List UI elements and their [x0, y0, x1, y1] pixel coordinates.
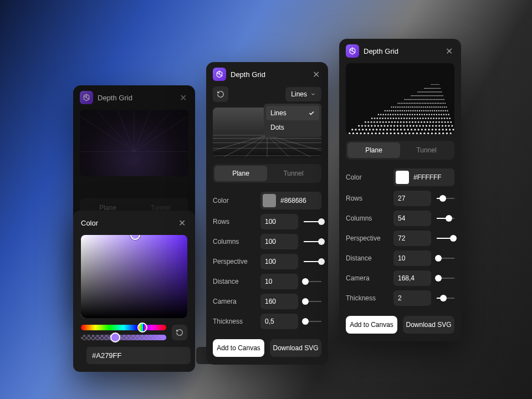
svg-point-125 — [426, 95, 427, 96]
svg-point-202 — [393, 106, 394, 108]
add-to-canvas-button[interactable]: Add to Canvas — [346, 316, 397, 334]
svg-point-305 — [409, 117, 411, 119]
svg-point-112 — [412, 95, 412, 96]
svg-point-432 — [423, 132, 426, 134]
columns-slider[interactable] — [304, 235, 321, 248]
svg-point-104 — [437, 91, 437, 92]
svg-point-213 — [413, 106, 415, 108]
svg-point-196 — [438, 103, 439, 104]
camera-slider[interactable] — [304, 295, 321, 308]
svg-point-337 — [412, 121, 413, 123]
camera-input[interactable] — [260, 294, 298, 309]
perspective-slider[interactable] — [304, 255, 321, 268]
saturation-value-field[interactable] — [81, 235, 187, 318]
distance-input[interactable] — [260, 274, 298, 289]
columns-input[interactable] — [393, 211, 431, 226]
svg-point-348 — [444, 121, 446, 123]
svg-point-58 — [428, 88, 428, 89]
svg-point-208 — [404, 106, 405, 108]
perspective-input[interactable] — [393, 231, 431, 246]
distance-slider[interactable] — [437, 252, 454, 265]
distance-input[interactable] — [393, 250, 431, 266]
close-icon[interactable]: ✕ — [176, 217, 187, 228]
svg-point-108 — [440, 91, 441, 92]
svg-point-157 — [426, 99, 427, 100]
thickness-input[interactable] — [393, 290, 431, 306]
download-svg-button[interactable]: Download SVG — [270, 339, 321, 357]
label-columns: Columns — [213, 238, 255, 245]
svg-point-273 — [407, 114, 408, 115]
hex-input[interactable] — [86, 347, 191, 364]
svg-point-192 — [432, 103, 433, 104]
svg-point-301 — [398, 117, 400, 119]
svg-point-144 — [408, 99, 410, 100]
alpha-knob[interactable] — [110, 332, 120, 342]
svg-point-65 — [432, 88, 432, 89]
svg-point-136 — [438, 95, 439, 96]
hue-slider[interactable] — [81, 325, 166, 330]
tab-tunnel[interactable]: Tunnel — [400, 142, 453, 158]
svg-point-114 — [414, 95, 415, 96]
style-option-lines[interactable]: Lines — [266, 106, 319, 120]
svg-point-263 — [382, 114, 383, 115]
perspective-slider[interactable] — [437, 232, 454, 245]
columns-input[interactable] — [260, 234, 298, 249]
color-picker-title: Color — [81, 219, 98, 227]
tab-tunnel[interactable]: Tunnel — [267, 166, 320, 181]
svg-point-233 — [388, 110, 390, 111]
svg-point-147 — [412, 99, 413, 100]
style-select[interactable]: Lines Lines Dots — [285, 87, 321, 101]
rows-input[interactable] — [393, 191, 431, 206]
thickness-slider[interactable] — [304, 315, 321, 328]
add-to-canvas-button[interactable]: Add to Canvas — [213, 339, 264, 357]
svg-point-83 — [419, 91, 420, 92]
rows-input[interactable] — [260, 214, 298, 229]
svg-point-73 — [436, 88, 437, 89]
close-icon[interactable]: ✕ — [177, 92, 188, 103]
svg-point-117 — [417, 95, 418, 96]
rows-slider[interactable] — [437, 192, 454, 205]
columns-slider[interactable] — [437, 212, 454, 225]
svg-point-216 — [420, 106, 421, 108]
thickness-slider[interactable] — [437, 291, 454, 305]
svg-point-372 — [426, 125, 427, 127]
svg-point-165 — [437, 99, 438, 100]
svg-point-387 — [372, 129, 374, 130]
color-field[interactable]: #868686 — [260, 192, 321, 209]
camera-slider[interactable] — [437, 272, 454, 285]
reset-button[interactable] — [213, 86, 228, 102]
perspective-input[interactable] — [260, 254, 298, 269]
reset-color-button[interactable] — [172, 325, 187, 340]
svg-point-323 — [371, 121, 372, 123]
close-icon[interactable]: ✕ — [443, 45, 454, 57]
svg-point-241 — [406, 110, 407, 111]
hue-knob[interactable] — [137, 323, 147, 332]
svg-point-430 — [416, 132, 418, 134]
svg-point-296 — [385, 117, 386, 119]
svg-point-285 — [436, 114, 437, 115]
tab-plane[interactable]: Plane — [214, 166, 267, 181]
tab-plane[interactable]: Plane — [347, 142, 400, 158]
rows-slider[interactable] — [304, 215, 321, 228]
color-hex: #868686 — [280, 197, 306, 204]
svg-point-170 — [443, 99, 444, 100]
check-icon — [308, 110, 315, 116]
svg-point-140 — [443, 95, 443, 96]
svg-point-160 — [430, 99, 431, 100]
download-svg-button[interactable]: Download SVG — [403, 316, 454, 334]
svg-point-269 — [397, 114, 398, 115]
svg-point-280 — [424, 114, 425, 115]
style-option-dots[interactable]: Dots — [266, 120, 319, 135]
svg-point-369 — [416, 125, 417, 127]
distance-slider[interactable] — [304, 275, 321, 288]
svg-point-324 — [374, 121, 375, 123]
thickness-input[interactable] — [260, 314, 298, 329]
camera-input[interactable] — [393, 270, 431, 286]
color-field[interactable]: #FFFFFF — [393, 168, 454, 186]
alpha-slider[interactable] — [81, 335, 166, 340]
close-icon[interactable]: ✕ — [310, 69, 321, 80]
svg-point-55 — [426, 88, 427, 89]
label-rows: Rows — [346, 195, 388, 202]
svg-point-63 — [431, 88, 431, 89]
svg-point-350 — [450, 121, 452, 123]
